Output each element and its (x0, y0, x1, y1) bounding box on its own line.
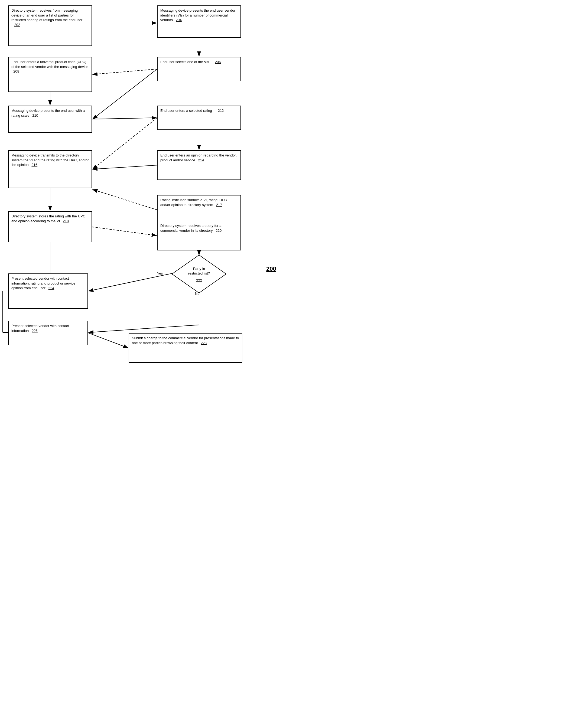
box-218-text: Directory system stores the rating with … (11, 214, 85, 223)
box-206-ref: 206 (215, 60, 221, 64)
box-224-ref: 224 (48, 286, 54, 290)
box-214: End user enters an opinion regarding the… (157, 150, 241, 180)
box-218: Directory system stores the rating with … (8, 211, 92, 242)
box-228-ref: 228 (201, 341, 207, 345)
box-218-ref: 218 (63, 219, 69, 223)
svg-line-17 (89, 325, 199, 332)
box-224-text: Present selected vendor with contact inf… (11, 276, 75, 290)
box-206: End user selects one of the VIs 206 (157, 57, 241, 81)
diagram-ref-200: 200 (266, 265, 276, 272)
box-217: Rating institution submits a VI, rating,… (157, 195, 241, 225)
box-226-text: Present selected vendor with contact inf… (11, 324, 69, 333)
svg-text:restricted list?: restricted list? (188, 271, 210, 275)
box-217-ref: 217 (216, 203, 222, 207)
diamond-shape: Party in restricted list? 222 (172, 255, 226, 293)
svg-line-9 (93, 118, 157, 169)
box-206-text: End user selects one of the VIs (160, 60, 209, 64)
box-204: Messaging device presents the end user v… (157, 5, 241, 38)
box-212-ref: 212 (218, 109, 224, 113)
diamond-222: Party in restricted list? 222 Yes No (172, 255, 226, 293)
box-228: Submit a charge to the commercial vendor… (129, 333, 242, 363)
svg-line-10 (93, 165, 157, 169)
box-214-ref: 214 (198, 158, 204, 162)
box-202-ref: 202 (14, 23, 20, 27)
svg-text:222: 222 (196, 278, 202, 282)
flowchart-diagram: Directory system receives from messaging… (0, 0, 282, 364)
box-216-text: Messaging device transmits to the direct… (11, 153, 89, 167)
box-216-ref: 216 (31, 163, 37, 167)
box-210-ref: 210 (32, 113, 38, 117)
svg-line-5 (93, 69, 157, 74)
svg-line-15 (89, 273, 172, 291)
box-216: Messaging device transmits to the direct… (8, 150, 92, 188)
svg-line-7 (92, 118, 157, 119)
box-208: End user enters a universal product code… (8, 57, 92, 92)
box-202-text: Directory system receives from messaging… (11, 8, 82, 22)
svg-line-13 (92, 227, 157, 236)
box-224: Present selected vendor with contact inf… (8, 273, 88, 309)
box-220: Directory system receives a query for a … (157, 221, 241, 250)
box-220-ref: 220 (216, 228, 222, 233)
diamond-yes-label: Yes (157, 271, 163, 275)
box-220-text: Directory system receives a query for a … (160, 224, 221, 233)
svg-line-21 (89, 333, 128, 348)
svg-line-4 (93, 69, 157, 119)
box-208-ref: 208 (13, 69, 19, 73)
box-204-text: Messaging device presents the end user v… (160, 8, 235, 22)
box-210: Messaging device presents the end user w… (8, 106, 92, 133)
box-202: Directory system receives from messaging… (8, 5, 92, 46)
box-226: Present selected vendor with contact inf… (8, 321, 88, 345)
box-212: End user enters a selected rating 212 (157, 106, 241, 130)
box-204-ref: 204 (176, 18, 182, 22)
box-228-text: Submit a charge to the commercial vendor… (132, 336, 239, 345)
box-210-text: Messaging device presents the end user w… (11, 109, 85, 117)
svg-text:Party in: Party in (193, 267, 205, 271)
box-208-text: End user enters a universal product code… (11, 60, 88, 69)
svg-line-12 (93, 190, 157, 210)
diamond-no-label: No (195, 292, 200, 296)
box-212-text: End user enters a selected rating (160, 109, 212, 113)
box-226-ref: 226 (32, 329, 38, 333)
